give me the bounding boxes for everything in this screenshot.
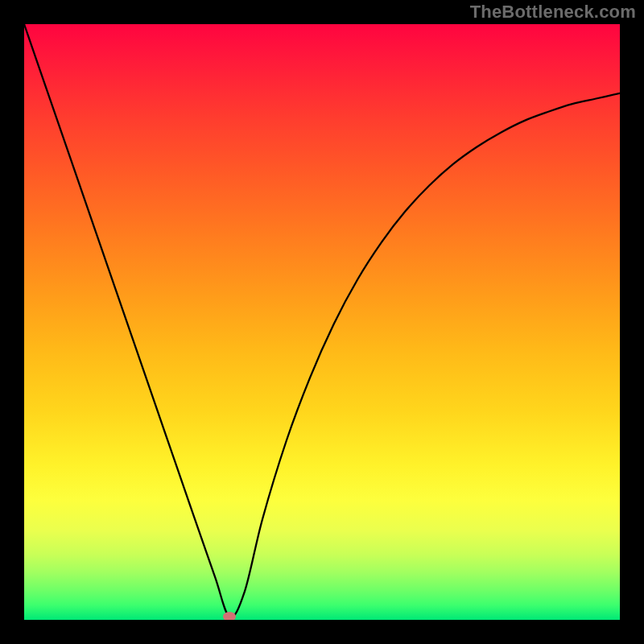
plot-area: [24, 24, 620, 620]
gradient-background: [24, 24, 620, 620]
bottleneck-chart: [24, 24, 620, 620]
watermark-text: TheBottleneck.com: [470, 2, 636, 23]
chart-frame: TheBottleneck.com: [0, 0, 644, 644]
